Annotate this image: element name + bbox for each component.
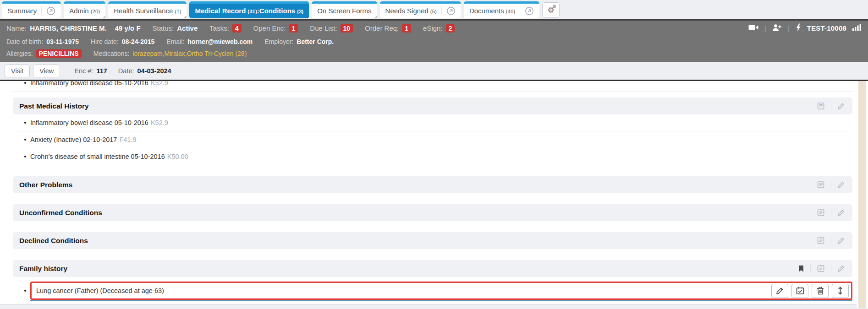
- journal-icon[interactable]: [811, 181, 831, 189]
- family-history-item: Lung cancer (Father) (Deceased at age 63…: [13, 282, 852, 300]
- open-enc-label: Open Enc:: [253, 24, 286, 32]
- divider: |: [764, 24, 766, 32]
- section-header-past-medical-history: Past Medical History: [13, 98, 852, 114]
- condition-text: Lung cancer (Father) (Deceased at age 63…: [36, 287, 164, 294]
- journal-icon[interactable]: [811, 209, 831, 217]
- delete-trash-button[interactable]: [812, 284, 829, 298]
- dob-group: Date of birth: 03-11-1975: [6, 38, 79, 45]
- section-header-other-problems: Other Problems: [13, 176, 852, 193]
- settings-button[interactable]: ⚙ ⚙: [542, 2, 560, 18]
- due-list-count-badge[interactable]: 10: [341, 24, 353, 33]
- patient-header: Name: HARRIS, CHRISTINE M. 49 y/o F Stat…: [0, 19, 868, 62]
- patient-id: TEST-10008: [807, 24, 846, 32]
- condition-text: Inflammatory bowel disease 05-10-2016: [30, 119, 148, 126]
- open-in-new-icon[interactable]: [441, 6, 456, 16]
- reorder-vertical-arrow-button[interactable]: [832, 284, 849, 298]
- tasks-label: Tasks:: [209, 24, 229, 32]
- section-actions: [811, 102, 851, 110]
- scrollbar[interactable]: [858, 81, 866, 308]
- visit-button[interactable]: Visit: [5, 65, 30, 77]
- medication-link[interactable]: Ortho Tri-Cyclen (28): [187, 50, 247, 57]
- tasks-count-badge[interactable]: 4: [232, 24, 242, 33]
- condition-item: Anxiety (Inactive) 02-10-2017 F41.9: [13, 131, 852, 148]
- tab-admin[interactable]: Admin (20): [64, 1, 105, 18]
- add-person-icon[interactable]: [772, 24, 782, 33]
- tab-documents[interactable]: Documents (40): [464, 1, 539, 18]
- due-list-group[interactable]: Due List: 10: [310, 24, 353, 33]
- enc-number-value: 117: [96, 67, 107, 75]
- row-actions: [771, 284, 849, 298]
- view-button[interactable]: View: [33, 65, 60, 77]
- condition-text: Anxiety (Inactive) 02-10-2017: [30, 136, 117, 143]
- selected-condition-row[interactable]: Lung cancer (Father) (Deceased at age 63…: [30, 282, 852, 300]
- tab-health-surveillance[interactable]: Health Surveillance (1): [108, 1, 187, 18]
- section-title: Declined Conditions: [19, 237, 88, 245]
- condition-code: K50.00: [167, 153, 188, 160]
- esign-group[interactable]: eSign: 2: [423, 24, 455, 33]
- email-group: Email: horner@mieweb.com: [166, 38, 253, 45]
- gear-small-icon: ⚙: [552, 5, 556, 9]
- tab-needs-signed-count: (5): [430, 8, 437, 14]
- tab-medical-record[interactable]: Medical Record (31) : Conditions (3): [189, 1, 309, 18]
- edit-pencil-icon[interactable]: [831, 265, 851, 272]
- employer-label: Employer:: [264, 38, 293, 45]
- tab-needs-signed[interactable]: Needs Signed (5): [380, 1, 461, 18]
- section-actions: [811, 209, 851, 217]
- tab-medical-record-subcount: (3): [297, 8, 303, 14]
- tab-needs-signed-label: Needs Signed: [385, 7, 429, 15]
- status-label: Status:: [153, 24, 174, 32]
- condition-item: Crohn's disease of small intestine 05-10…: [13, 148, 852, 165]
- order-req-count-badge[interactable]: 1: [402, 24, 411, 33]
- hire-date-label: Hire date:: [91, 38, 119, 45]
- tab-summary-label: Summary: [7, 7, 37, 15]
- medication-link[interactable]: lorazepam: [132, 50, 164, 57]
- patient-alerts-row: Allergies: PENICILLINS Medications: lora…: [0, 48, 868, 60]
- open-enc-group[interactable]: Open Enc: 1: [253, 24, 298, 33]
- divider: |: [788, 24, 790, 32]
- medications-label: Medications:: [93, 50, 130, 57]
- condition-text: Crohn's disease of small intestine 05-10…: [30, 153, 165, 160]
- status-value: Active: [177, 24, 198, 32]
- journal-icon[interactable]: [811, 102, 831, 110]
- tab-health-label: Health Surveillance: [114, 7, 173, 15]
- condition-item: Inflammatory bowel disease 05-10-2016 K5…: [13, 114, 852, 131]
- order-req-group[interactable]: Order Req: 1: [365, 24, 411, 33]
- journal-icon[interactable]: [810, 265, 831, 272]
- condition-item-clipped: Inflammatory bowel disease 05-10-2016 K5…: [13, 81, 852, 92]
- tab-summary[interactable]: Summary: [2, 1, 61, 18]
- edit-pencil-icon[interactable]: [831, 103, 851, 110]
- tab-health-count: (1): [175, 8, 181, 14]
- bullet: [24, 290, 26, 292]
- open-in-new-icon[interactable]: [520, 6, 534, 16]
- section-header-declined-conditions: Declined Conditions: [13, 232, 852, 249]
- medication-link[interactable]: Miralax: [165, 50, 187, 57]
- dob-value: 03-11-1975: [46, 38, 79, 45]
- section-title: Unconfirmed Conditions: [19, 209, 102, 217]
- past-medical-history-list: Inflammatory bowel disease 05-10-2016 K5…: [13, 114, 852, 165]
- order-req-label: Order Req:: [365, 24, 399, 32]
- esign-count-badge[interactable]: 2: [446, 24, 455, 33]
- tasks-group[interactable]: Tasks: 4: [209, 24, 241, 33]
- open-enc-count-badge[interactable]: 1: [289, 24, 298, 33]
- calendar-check-button[interactable]: [791, 284, 808, 298]
- drop-indicator-line: [30, 300, 852, 301]
- quick-action-bolt-icon[interactable]: [796, 23, 801, 33]
- medications-group: Medications: lorazepam Miralax Ortho Tri…: [93, 50, 247, 57]
- hire-date-group: Hire date: 08-24-2015: [91, 38, 154, 45]
- section-actions: [811, 237, 851, 244]
- edit-pencil-icon[interactable]: [831, 209, 851, 217]
- allergy-badge[interactable]: PENICILLINS: [36, 49, 82, 58]
- journal-icon[interactable]: [811, 237, 831, 244]
- tab-admin-count: (20): [91, 8, 100, 14]
- edit-pencil-icon[interactable]: [831, 181, 851, 189]
- open-in-new-icon[interactable]: [41, 6, 55, 16]
- enc-number-group: Enc #: 117: [74, 67, 107, 75]
- tab-admin-label: Admin: [69, 7, 89, 15]
- edit-pencil-button[interactable]: [771, 284, 788, 298]
- bookmark-icon[interactable]: [792, 265, 810, 272]
- video-call-icon[interactable]: [748, 24, 758, 32]
- condition-code: K52.9: [151, 119, 168, 126]
- chart-stats-icon[interactable]: [852, 24, 862, 33]
- tab-on-screen-forms[interactable]: On Screen Forms: [312, 1, 377, 18]
- edit-pencil-icon[interactable]: [831, 237, 851, 244]
